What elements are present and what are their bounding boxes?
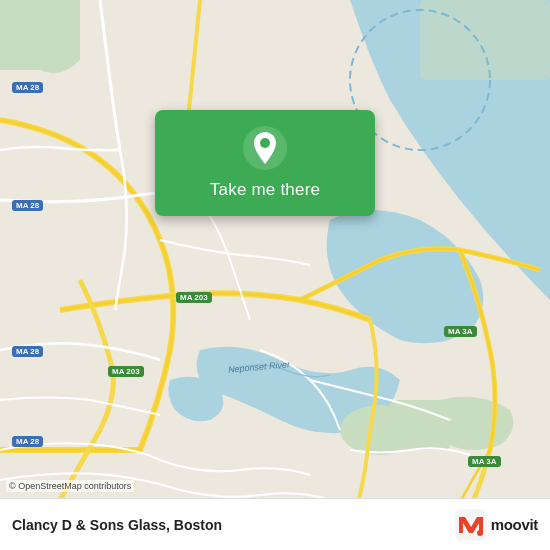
highway-badge-ma28-1: MA 28: [12, 82, 43, 93]
moovit-logo: moovit: [455, 509, 538, 541]
location-pin-icon: [243, 126, 287, 170]
highway-badge-ma203-1: MA 203: [176, 292, 212, 303]
moovit-icon: [455, 509, 487, 541]
highway-badge-ma203-2: MA 203: [108, 366, 144, 377]
svg-rect-4: [420, 0, 550, 80]
info-card[interactable]: Take me there: [155, 110, 375, 216]
bottom-bar: Clancy D & Sons Glass, Boston moovit: [0, 498, 550, 550]
highway-badge-ma28-2: MA 28: [12, 200, 43, 211]
bottom-bar-left: Clancy D & Sons Glass, Boston: [12, 517, 222, 533]
business-name: Clancy D & Sons Glass, Boston: [12, 517, 222, 533]
take-me-there-button[interactable]: Take me there: [210, 180, 320, 200]
highway-badge-ma28-3: MA 28: [12, 346, 43, 357]
highway-badge-ma3a-1: MA 3A: [444, 326, 477, 337]
highway-badge-ma3a-2: MA 3A: [468, 456, 501, 467]
map-copyright: © OpenStreetMap contributors: [6, 480, 134, 492]
svg-point-7: [260, 138, 270, 148]
map-container: MA 28 MA 28 MA 28 MA 28 MA 203 MA 203 MA…: [0, 0, 550, 550]
svg-point-9: [477, 530, 483, 536]
highway-badge-ma28-4: MA 28: [12, 436, 43, 447]
moovit-brand-text: moovit: [491, 516, 538, 533]
map-svg: [0, 0, 550, 550]
